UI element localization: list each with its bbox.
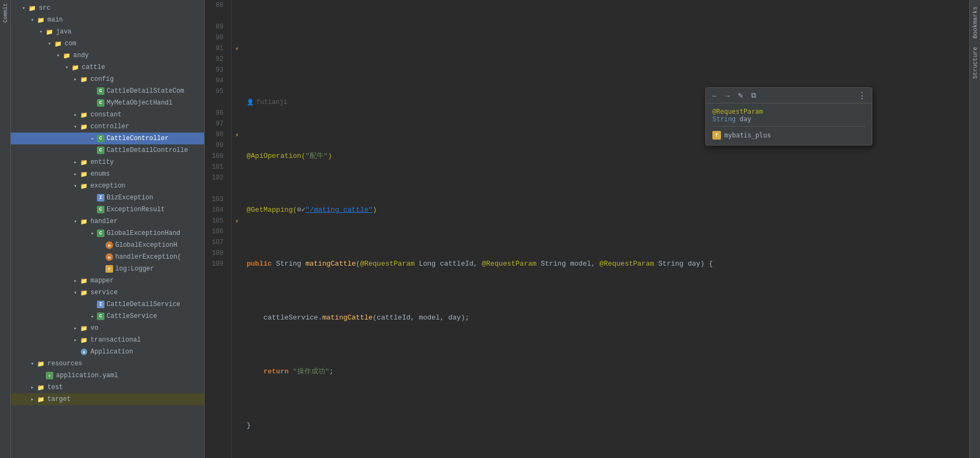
line-num-103: 103 (205, 194, 227, 205)
annotation-90: @GetMapping( (247, 205, 297, 216)
tree-item-cattledetailcontrolle[interactable]: C CattleDetailControlle (11, 144, 204, 156)
tree-item-exception[interactable]: 📁 exception (11, 180, 204, 192)
class-icon-cattlecontroller: C (97, 135, 104, 142)
line-num-95: 95 (205, 86, 227, 97)
tree-item-loglogger[interactable]: f log:Logger (11, 263, 204, 275)
tree-item-service[interactable]: 📁 service (11, 287, 204, 299)
warn-icon-105[interactable]: ⚡ (235, 218, 239, 225)
tree-item-cattle[interactable]: 📁 cattle (11, 61, 204, 73)
gutter-100 (232, 151, 242, 162)
line-num-96: 96 (205, 108, 227, 119)
tree-arrow-main (28, 16, 37, 24)
tree-item-target[interactable]: 📁 target (11, 393, 204, 405)
tree-label-constant: constant (90, 111, 122, 119)
line-num-88: 88 (205, 0, 227, 11)
tree-label-main: main (47, 16, 63, 24)
tree-item-exceptionresult[interactable]: C ExceptionResult (11, 204, 204, 216)
author-icon-1: 👤 (247, 97, 254, 108)
line-num-90: 90 (205, 32, 227, 43)
annotation-89b: ) (328, 151, 332, 162)
tree-label-enums: enums (90, 170, 110, 178)
tooltip-copy-button[interactable]: ⧉ (748, 90, 759, 101)
warn-icon-98[interactable]: ⚡ (235, 131, 239, 138)
tree-item-main[interactable]: 📁 main (11, 14, 204, 26)
tree-item-controller[interactable]: 📁 controller (11, 121, 204, 133)
gutter-108 (232, 248, 242, 259)
tree-item-bizexception[interactable]: I BizException (11, 192, 204, 204)
folder-icon-service: 📁 (80, 288, 88, 297)
gutter-103 (232, 194, 242, 205)
code-line-92: cattleService.matingCattle(cattleId, mod… (247, 313, 965, 323)
tree-item-resources[interactable]: 📁 resources (11, 358, 204, 370)
tree-item-vo[interactable]: 📁 vo (11, 322, 204, 334)
tree-item-globalexceptionh[interactable]: m GlobalExceptionH (11, 239, 204, 251)
tree-item-entity[interactable]: 📁 entity (11, 156, 204, 168)
tooltip-forward-button[interactable]: → (722, 90, 733, 101)
tree-item-test[interactable]: 📁 test (11, 381, 204, 393)
tooltip-file-name: mybatis_plus (724, 131, 771, 139)
bookmarks-tool[interactable]: Bookmarks (971, 2, 979, 43)
tree-item-java[interactable]: 📁 java (11, 26, 204, 38)
line-num-97: 97 (205, 119, 227, 129)
tree-item-handlerexception[interactable]: m handlerException( (11, 251, 204, 263)
warn-icon-91[interactable]: ⚡ (235, 45, 239, 52)
project-panel: 📁 src 📁 main 📁 java 📁 com 📁 (11, 0, 205, 458)
tree-label-service: service (90, 289, 117, 296)
folder-icon-exception: 📁 (80, 182, 88, 190)
code-line-91: public String matingCattle(@RequestParam… (247, 259, 965, 269)
commit-tool[interactable]: Commit (1, 2, 10, 24)
tooltip-back-button[interactable]: ← (709, 90, 720, 101)
tree-item-enums[interactable]: 📁 enums (11, 168, 204, 180)
link-90[interactable]: "/mating_cattle" (305, 205, 373, 216)
tree-label-cattlecontroller: CattleController (107, 135, 169, 142)
folder-icon-entity: 📁 (80, 158, 88, 166)
gutter-96 (232, 108, 242, 119)
tree-arrow-com (45, 39, 54, 48)
tree-item-transactional[interactable]: 📁 transactional (11, 334, 204, 346)
structure-tool[interactable]: Structure (971, 43, 979, 83)
tree-item-mapper[interactable]: 📁 mapper (11, 275, 204, 287)
folder-icon-constant: 📁 (80, 110, 88, 119)
semi-93: ; (329, 366, 333, 377)
tree-item-cattledetailstatecom[interactable]: C CattleDetailStateCom (11, 85, 204, 97)
tree-item-cattledetailservice[interactable]: I CattleDetailService (11, 299, 204, 310)
class-icon-exceptionresult: C (97, 206, 104, 213)
tree-arrow-controller (71, 122, 80, 131)
tooltip-annotation-text: @RequestParam (712, 108, 763, 115)
tree-item-constant[interactable]: 📁 constant (11, 109, 204, 121)
app-icon: A (80, 348, 88, 356)
line-num-99: 99 (205, 140, 227, 151)
tooltip-edit-button[interactable]: ✎ (735, 90, 746, 101)
yaml-icon: Y (45, 371, 54, 380)
tree-label-handlerexception: handlerException( (115, 253, 181, 261)
string-93: "操作成功" (293, 366, 330, 377)
tree-item-cattleservice[interactable]: C CattleService (11, 310, 204, 322)
code-container: 88 89 90 91 92 93 94 95 96 97 98 99 100 … (205, 0, 969, 458)
var-91b: model, (570, 259, 600, 269)
tree-item-com[interactable]: 📁 com (11, 38, 204, 50)
tree-item-src[interactable]: 📁 src (11, 2, 204, 14)
tree-arrow-src (19, 4, 28, 12)
tree-item-config[interactable]: 📁 config (11, 73, 204, 85)
tooltip-more-button[interactable]: ⋮ (856, 91, 869, 101)
tree-arrow-exception (71, 182, 80, 190)
method-92: matingCattle (322, 313, 373, 323)
tree-item-application[interactable]: A Application (11, 346, 204, 358)
method-icon-globalexceptionh: m (106, 241, 113, 249)
tree-arrow-cattle (62, 63, 71, 72)
tree-item-globalexceptionhand[interactable]: C GlobalExceptionHand (11, 227, 204, 239)
tree-arrow-vo (71, 324, 80, 332)
tree-item-andy[interactable]: 📁 andy (11, 50, 204, 61)
tree-item-handler[interactable]: 📁 handler (11, 216, 204, 227)
folder-icon-transactional: 📁 (80, 336, 88, 344)
gutter-a2 (232, 97, 242, 108)
gutter-a4 (232, 269, 242, 280)
tree-item-mymetaobjecthandl[interactable]: C MyMetaObjectHandl (11, 97, 204, 109)
tree-label-mymetaobjecthandl: MyMetaObjectHandl (107, 99, 172, 107)
tree-arrow-target (28, 395, 37, 404)
kw-public-91: public (247, 259, 276, 269)
args-92: (cattleId, model, day); (373, 313, 469, 323)
tree-item-applicationyaml[interactable]: Y application.yaml (11, 370, 204, 381)
tree-item-cattlecontroller[interactable]: C CattleController (11, 133, 204, 144)
folder-icon-com: 📁 (54, 39, 62, 48)
